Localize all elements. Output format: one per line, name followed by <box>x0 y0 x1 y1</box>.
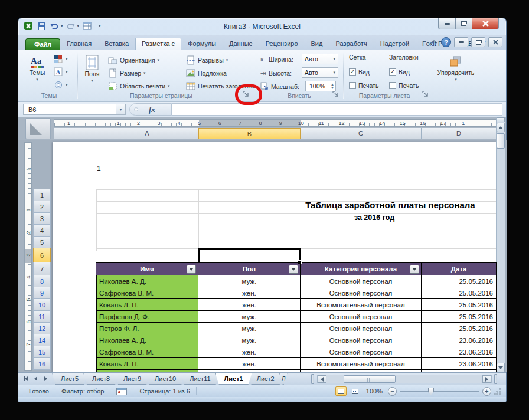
selected-cell-b6[interactable] <box>198 248 301 263</box>
theme-effects-button[interactable]: ▾ <box>54 79 68 91</box>
vertical-scroll-thumb[interactable] <box>497 133 505 149</box>
theme-fonts-button[interactable]: A ▾ <box>54 66 68 78</box>
name-cell[interactable]: Коваль Л. П. <box>96 299 198 311</box>
sheet-title-cell[interactable]: Таблица заработной платы персонала <box>243 200 498 210</box>
ribbon-tab[interactable]: Разработч <box>329 38 373 50</box>
workbook-minimize-button[interactable] <box>454 37 468 47</box>
column-header[interactable]: C <box>301 128 422 139</box>
themes-button[interactable]: Aa Темы ▾ <box>24 52 50 89</box>
horizontal-ruler[interactable]: 1 12345678910111213141516171 <box>54 119 498 127</box>
date-cell[interactable]: 25.05.2016 <box>422 299 497 311</box>
ribbon-tab[interactable]: Формулы <box>181 38 223 50</box>
help-icon[interactable]: ? <box>441 37 451 47</box>
next-sheet-icon[interactable] <box>41 375 50 383</box>
row-header[interactable]: 12 <box>33 323 51 334</box>
category-cell[interactable]: Основной персонал <box>301 287 422 299</box>
category-cell[interactable]: Основной персонал <box>301 334 422 346</box>
row-header[interactable]: 15 <box>33 346 51 358</box>
width-select[interactable]: Авто▾ <box>302 54 338 64</box>
workbook-close-button[interactable] <box>488 37 502 47</box>
arrange-button[interactable]: Упорядочить ▾ <box>434 52 478 89</box>
ruler-corner-button[interactable] <box>25 118 51 139</box>
minimize-ribbon-icon[interactable] <box>430 39 438 46</box>
sheet-options-dialog-launcher-icon[interactable] <box>422 91 430 99</box>
sheet-tab[interactable]: Лист1 <box>215 373 252 385</box>
table-header-cell[interactable]: Дата <box>422 262 497 275</box>
row-header[interactable]: 5 <box>33 237 51 248</box>
headings-print-checkbox[interactable]: Печать <box>389 80 419 91</box>
row-header[interactable]: 14 <box>33 334 51 346</box>
zoom-slider-thumb[interactable] <box>428 388 434 395</box>
date-cell[interactable]: 23.06.2016 <box>422 334 497 346</box>
gender-cell[interactable]: жен. <box>198 287 301 299</box>
page-header-number[interactable]: 1 <box>97 165 101 173</box>
formula-input[interactable] <box>172 103 502 116</box>
prev-sheet-icon[interactable] <box>31 375 40 383</box>
date-cell[interactable]: 25.05.2016 <box>422 323 497 334</box>
name-cell[interactable]: Николаев А. Д. <box>96 334 198 346</box>
column-header[interactable]: A <box>96 128 198 139</box>
normal-view-button[interactable] <box>321 386 332 396</box>
ribbon-tab[interactable]: Рецензиро <box>259 38 305 50</box>
vertical-scrollbar[interactable] <box>496 117 505 372</box>
split-handle[interactable] <box>497 117 505 122</box>
row-header[interactable]: 4 <box>33 225 51 237</box>
ribbon-tab[interactable]: Файл <box>25 38 60 50</box>
row-header[interactable]: 3 <box>33 213 51 225</box>
page-break-view-button[interactable] <box>350 386 361 396</box>
ribbon-tab[interactable]: Вставка <box>98 38 135 50</box>
horizontal-scroll-thumb[interactable] <box>344 375 396 383</box>
gender-cell[interactable]: муж. <box>198 275 301 287</box>
breaks-button[interactable]: Разрывы▾ <box>186 54 228 66</box>
category-cell[interactable]: Вспомогательный персонал <box>301 299 422 311</box>
table-header-cell[interactable]: Категория персонала <box>301 262 422 275</box>
sheet-tab[interactable]: Лист8 <box>83 373 119 385</box>
sheet-subtitle-cell[interactable]: за 2016 год <box>227 214 498 222</box>
row-header[interactable]: 11 <box>33 311 51 323</box>
close-button[interactable] <box>472 18 499 29</box>
gender-cell[interactable]: муж. <box>198 323 301 334</box>
row-header[interactable]: 1 <box>33 189 51 201</box>
row-header[interactable]: 10 <box>33 299 51 311</box>
name-cell[interactable]: Коваль Л. П. <box>96 358 198 370</box>
sheet-tab[interactable]: Лист5 <box>52 373 87 385</box>
restore-button[interactable] <box>456 18 472 29</box>
zoom-in-button[interactable]: + <box>482 387 491 396</box>
name-box-dropdown-icon[interactable]: ▾ <box>116 104 126 115</box>
name-cell[interactable]: Сафронова В. М. <box>96 287 198 299</box>
row-header[interactable]: 2 <box>33 201 51 213</box>
date-cell[interactable]: 25.05.2016 <box>422 275 497 287</box>
category-cell[interactable]: Основной персонал <box>301 311 422 323</box>
row-header[interactable]: 7 <box>33 262 51 275</box>
headings-view-checkbox[interactable]: Вид <box>389 66 410 78</box>
filter-dropdown-button[interactable] <box>289 265 298 274</box>
sheet-tab[interactable]: Лист2 <box>248 373 283 385</box>
category-cell[interactable]: Основной персонал <box>301 323 422 334</box>
ribbon-tab[interactable]: Вид <box>305 38 329 50</box>
gender-cell[interactable]: жен. <box>198 346 301 358</box>
gender-cell[interactable]: жен. <box>198 299 301 311</box>
sheet-tab[interactable]: Лист10 <box>146 373 185 385</box>
row-header[interactable]: 16 <box>33 358 51 370</box>
ribbon-tab[interactable]: Главная <box>60 38 98 50</box>
height-select[interactable]: Авто▾ <box>302 67 338 78</box>
scroll-right-button[interactable] <box>482 375 491 383</box>
name-box[interactable]: B6 <box>23 104 116 115</box>
column-header[interactable]: D <box>422 128 497 139</box>
orientation-button[interactable]: Ориентация▾ <box>108 54 159 66</box>
scale-spinner[interactable]: 100% ▲▼ <box>305 81 336 91</box>
ribbon-tab[interactable]: Разметка с <box>135 38 181 50</box>
scroll-up-button[interactable] <box>497 123 505 132</box>
filter-dropdown-button[interactable] <box>410 265 419 274</box>
sheet-tab[interactable]: Лист11 <box>181 373 219 385</box>
category-cell[interactable]: Основной персонал <box>301 275 422 287</box>
print-titles-button[interactable]: Печатать заголовки <box>186 80 254 92</box>
date-cell[interactable]: 25.05.2016 <box>422 287 497 299</box>
fit-dialog-launcher-icon[interactable] <box>332 91 340 99</box>
name-cell[interactable]: Сафронова В. М. <box>96 346 198 358</box>
macro-record-icon[interactable] <box>116 388 127 395</box>
category-cell[interactable]: Основной персонал <box>301 346 422 358</box>
workbook-restore-button[interactable] <box>471 37 485 47</box>
watermark-button[interactable]: Подложка <box>186 67 227 79</box>
table-header-cell[interactable]: Имя <box>96 262 198 275</box>
